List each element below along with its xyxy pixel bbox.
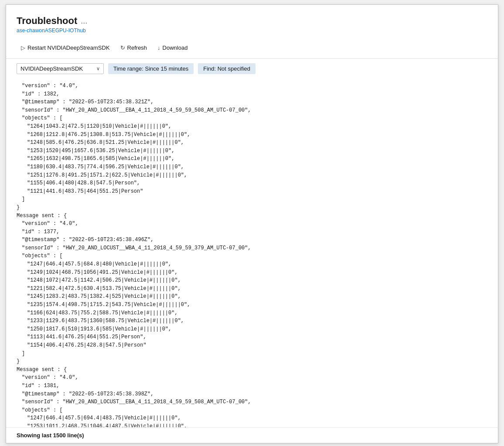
log-line: ] <box>17 195 487 204</box>
log-line: ] <box>17 350 487 358</box>
refresh-label: Refresh <box>127 44 147 51</box>
main-window: Troubleshoot ... ase-chawonASEGPU-IOThub… <box>6 4 498 443</box>
refresh-button[interactable]: ↻ Refresh <box>116 42 152 53</box>
log-line: "version" : "4.0", <box>17 374 487 382</box>
refresh-icon: ↻ <box>120 44 125 51</box>
log-line: "1154|406.4|476.25|428.8|547.5|Person" <box>17 341 487 350</box>
more-options-icon[interactable]: ... <box>81 17 87 26</box>
log-line: "@timestamp" : "2022-05-10T23:45:38.496Z… <box>17 236 487 244</box>
log-line: "1265|1632|498.75|1865.6|585|Vehicle|#||… <box>17 155 487 163</box>
log-line: "1253|1011.2|468.75|1046.4|487.5|Vehicle… <box>17 422 487 427</box>
log-line: "1221|582.4|472.5|630.4|513.75|Vehicle|#… <box>17 285 487 293</box>
log-line: "1113|441.6|476.25|464|551.25|Person", <box>17 333 487 341</box>
showing-lines-label: Showing last 1500 line(s) <box>17 432 84 439</box>
log-line: "id" : 1381, <box>17 382 487 390</box>
find-filter[interactable]: Find: Not specified <box>198 63 255 74</box>
log-line: "version" : "4.0", <box>17 220 487 228</box>
page-title: Troubleshoot <box>17 15 77 27</box>
download-icon: ↓ <box>157 44 160 51</box>
log-line: "1253|1520|495|1657.6|536.25|Vehicle|#||… <box>17 147 487 155</box>
log-line: "@timestamp" : "2022-05-10T23:45:38.321Z… <box>17 98 487 106</box>
log-line: "objects" : [ <box>17 252 487 260</box>
page-header: Troubleshoot ... ase-chawonASEGPU-IOThub <box>6 7 498 38</box>
log-line: "1155|406.4|480|428.8|547.5|Person", <box>17 179 487 187</box>
module-dropdown[interactable]: NVIDIADeepStreamSDK ∨ <box>17 63 104 74</box>
log-line: "id" : 1382, <box>17 90 487 99</box>
log-line: "objects" : [ <box>17 114 487 123</box>
log-line: "objects" : [ <box>17 406 487 415</box>
restart-button[interactable]: ▷ Restart NVIDIADeepStreamSDK <box>17 42 114 53</box>
filters-row: NVIDIADeepStreamSDK ∨ Time range: Since … <box>6 59 498 78</box>
log-line: "sensorId" : "HWY_20_AND_LOCUST__WBA_4_1… <box>17 244 487 252</box>
log-line: "1245|1283.2|483.75|1382.4|525|Vehicle|#… <box>17 293 487 301</box>
footer-status: Showing last 1500 line(s) <box>6 427 498 443</box>
restart-icon: ▷ <box>21 44 25 51</box>
download-label: Download <box>163 44 188 51</box>
log-line: "1121|441.6|483.75|464|551.25|Person" <box>17 187 487 196</box>
log-line: "1247|646.4|457.5|694.4|483.75|Vehicle|#… <box>17 414 487 422</box>
log-line: "version" : "4.0", <box>17 82 487 90</box>
time-range-filter[interactable]: Time range: Since 15 minutes <box>108 63 194 74</box>
log-line: Message sent : { <box>17 366 487 374</box>
download-button[interactable]: ↓ Download <box>153 42 192 53</box>
log-line: } <box>17 357 487 366</box>
log-line: "1251|1276.8|491.25|1571.2|622.5|Vehicle… <box>17 171 487 180</box>
breadcrumb-link[interactable]: ase-chawonASEGPU-IOThub <box>17 27 487 34</box>
restart-label: Restart NVIDIADeepStreamSDK <box>27 44 110 51</box>
log-line: "sensorId" : "HWY_20_AND_LOCUST__EBA_4_1… <box>17 106 487 115</box>
log-line: } <box>17 204 487 212</box>
log-line: "1264|1043.2|472.5|1120|510|Vehicle|#|||… <box>17 123 487 131</box>
log-line: Message sent : { <box>17 212 487 220</box>
dropdown-value: NVIDIADeepStreamSDK <box>20 65 83 72</box>
log-line: "id" : 1377, <box>17 228 487 236</box>
log-line: "1268|1212.8|476.25|1308.8|513.75|Vehicl… <box>17 131 487 139</box>
log-output: "version" : "4.0","id" : 1382,"@timestam… <box>6 78 498 427</box>
log-line: "1247|646.4|457.5|684.8|480|Vehicle|#|||… <box>17 260 487 269</box>
log-line: "1248|585.6|476.25|636.8|521.25|Vehicle|… <box>17 139 487 147</box>
log-line: "1235|1574.4|498.75|1715.2|543.75|Vehicl… <box>17 301 487 309</box>
log-line: "1233|1129.6|483.75|1360|588.75|Vehicle|… <box>17 317 487 325</box>
log-line: "1250|1817.6|510|1913.6|585|Vehicle|#|||… <box>17 325 487 334</box>
chevron-down-icon: ∨ <box>96 66 100 71</box>
log-line: "sensorId" : "HWY_20_AND_LOCUST__EBA_4_1… <box>17 398 487 406</box>
toolbar: ▷ Restart NVIDIADeepStreamSDK ↻ Refresh … <box>6 38 498 59</box>
log-line: "1248|1072|472.5|1142.4|506.25|Vehicle|#… <box>17 276 487 285</box>
log-line: "1249|1024|468.75|1056|491.25|Vehicle|#|… <box>17 269 487 277</box>
log-line: "1166|624|483.75|755.2|588.75|Vehicle|#|… <box>17 309 487 317</box>
log-line: "1180|630.4|483.75|774.4|596.25|Vehicle|… <box>17 163 487 171</box>
log-line: "@timestamp" : "2022-05-10T23:45:38.398Z… <box>17 390 487 398</box>
